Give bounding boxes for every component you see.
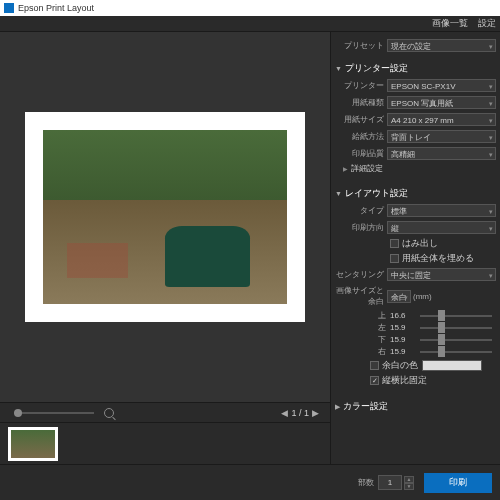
- color-section-header[interactable]: カラー設定: [335, 400, 496, 413]
- margin-color-swatch[interactable]: [422, 360, 482, 371]
- app-icon: [4, 3, 14, 13]
- margin-left-slider[interactable]: [420, 327, 492, 329]
- thumbnail-strip: [0, 422, 330, 464]
- margin-bottom-value[interactable]: 15.9: [390, 335, 416, 344]
- margin-bottom-slider[interactable]: [420, 339, 492, 341]
- centering-select[interactable]: 中央に固定: [387, 268, 496, 281]
- print-preview[interactable]: [25, 112, 305, 322]
- footer: 部数 1 ▲▼ 印刷: [0, 464, 500, 500]
- margin-mode-select[interactable]: 余白: [387, 290, 411, 303]
- thumbnail[interactable]: [8, 427, 58, 461]
- margin-right-value[interactable]: 15.9: [390, 347, 416, 356]
- margin-left-value[interactable]: 15.9: [390, 323, 416, 332]
- print-button[interactable]: 印刷: [424, 473, 492, 493]
- preset-select[interactable]: 現在の設定: [387, 39, 496, 52]
- margin-top-value[interactable]: 16.6: [390, 311, 416, 320]
- source-select[interactable]: 背面トレイ: [387, 130, 496, 143]
- zoom-icon[interactable]: [104, 408, 114, 418]
- margin-top-slider[interactable]: [420, 315, 492, 317]
- menu-settings[interactable]: 設定: [478, 17, 496, 30]
- preview-image: [43, 130, 287, 304]
- copies-stepper[interactable]: ▲▼: [404, 476, 414, 490]
- lock-ratio-checkbox[interactable]: ✓: [370, 376, 379, 385]
- canvas-area: [0, 32, 330, 402]
- layout-section-header[interactable]: レイアウト設定: [335, 187, 496, 200]
- orientation-select[interactable]: 縦: [387, 221, 496, 234]
- preview-pane: ◀ 1 / 1 ▶: [0, 32, 330, 464]
- settings-panel: プリセット 現在の設定 プリンター設定 プリンターEPSON SC-PX1V 用…: [330, 32, 500, 464]
- quality-select[interactable]: 高精細: [387, 147, 496, 160]
- paper-size-select[interactable]: A4 210 x 297 mm: [387, 113, 496, 126]
- layout-type-select[interactable]: 標準: [387, 204, 496, 217]
- borderless-checkbox[interactable]: [390, 239, 399, 248]
- copies-label: 部数: [358, 477, 374, 488]
- titlebar: Epson Print Layout: [0, 0, 500, 16]
- zoom-slider[interactable]: [14, 412, 94, 414]
- printer-select[interactable]: EPSON SC-PX1V: [387, 79, 496, 92]
- next-page-button[interactable]: ▶: [312, 408, 319, 418]
- printer-section-header[interactable]: プリンター設定: [335, 62, 496, 75]
- zoom-bar: ◀ 1 / 1 ▶: [0, 402, 330, 422]
- menubar: 画像一覧 設定: [0, 16, 500, 32]
- app-title: Epson Print Layout: [18, 3, 94, 13]
- media-select[interactable]: EPSON 写真用紙: [387, 96, 496, 109]
- margin-color-checkbox[interactable]: [370, 361, 379, 370]
- page-indicator: 1 / 1: [291, 408, 309, 418]
- advanced-settings[interactable]: 詳細設定: [343, 163, 496, 174]
- margin-right-slider[interactable]: [420, 351, 492, 353]
- preset-label: プリセット: [335, 40, 387, 51]
- fill-paper-checkbox[interactable]: [390, 254, 399, 263]
- copies-input[interactable]: 1: [378, 475, 402, 490]
- prev-page-button[interactable]: ◀: [281, 408, 288, 418]
- menu-image-list[interactable]: 画像一覧: [432, 17, 468, 30]
